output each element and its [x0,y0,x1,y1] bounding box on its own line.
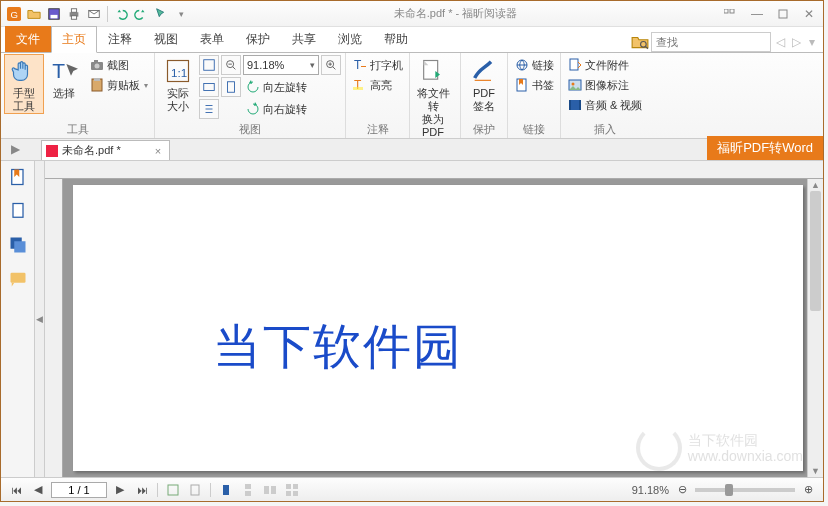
document-tab[interactable]: 未命名.pdf * × [41,140,170,160]
comments-panel-icon[interactable] [8,269,28,289]
pdf-to-word-button[interactable]: 福昕PDF转Word [707,136,823,160]
scroll-down-icon[interactable]: ▼ [808,465,823,477]
ribbon-options-icon[interactable] [721,7,741,21]
zoom-slider[interactable] [695,488,795,492]
clipboard-icon [89,77,105,93]
close-icon[interactable]: ✕ [799,7,819,21]
zoom-combo[interactable]: 91.18%▾ [243,55,319,75]
link-icon [514,57,530,73]
convert-to-pdf-button[interactable]: 将文件转换为PDF [414,55,452,139]
undo-icon[interactable] [112,5,130,23]
tab-share[interactable]: 共享 [281,26,327,52]
zoom-in-status-icon[interactable]: ⊕ [799,482,817,498]
pages-panel-icon[interactable] [8,201,28,221]
rotate-left-button[interactable]: 向左旋转 [243,77,309,97]
collapse-panel-button[interactable]: ◀ [35,161,45,477]
svg-point-14 [95,64,100,69]
reflow-button[interactable] [199,99,219,119]
attachment-button[interactable]: 文件附件 [565,55,644,75]
rotate-right-button[interactable]: 向右旋转 [243,99,309,119]
status-bar: ⏮ ◀ ▶ ⏭ 91.18% ⊖ ⊕ [1,477,823,501]
search-prev-icon[interactable]: ◁ [773,35,787,49]
svg-rect-3 [51,14,58,18]
link-button[interactable]: 链接 [512,55,556,75]
ribbon-group-create: 将文件转换为PDF 创建 [410,53,461,138]
email-icon[interactable] [85,5,103,23]
search-next-icon[interactable]: ▷ [789,35,803,49]
zoom-slider-knob[interactable] [725,484,733,496]
typewriter-button[interactable]: T打字机 [350,55,405,75]
svg-rect-6 [71,15,76,19]
film-icon [567,97,583,113]
select-tool-button[interactable]: T 选择 [45,55,83,100]
prev-page-icon[interactable]: ◀ [29,482,47,498]
bookmark-button[interactable]: 书签 [512,75,556,95]
cursor-mode-icon[interactable] [152,5,170,23]
hand-tool-button[interactable]: 手型工具 [5,55,43,113]
snapshot-button[interactable]: 截图 [87,55,150,75]
maximize-icon[interactable] [773,7,793,21]
tab-browse[interactable]: 浏览 [327,26,373,52]
qat-more-icon[interactable]: ▾ [172,5,190,23]
document-tabbar: ▶ 未命名.pdf * × 福昕PDF转Word [1,139,823,161]
continuous-facing-icon[interactable] [283,482,301,498]
svg-rect-40 [579,100,581,110]
single-page-icon[interactable] [217,482,235,498]
page-layout-icon[interactable] [164,482,182,498]
facing-icon[interactable] [261,482,279,498]
zoom-out-button[interactable] [221,55,241,75]
fit-page-button[interactable] [199,55,219,75]
redo-icon[interactable] [132,5,150,23]
tab-form[interactable]: 表单 [189,26,235,52]
ribbon-group-insert: 文件附件 图像标注 音频 & 视频 插入 [561,53,648,138]
tab-protect[interactable]: 保护 [235,26,281,52]
fit-visible-button[interactable] [221,77,241,97]
minimize-icon[interactable]: — [747,7,767,21]
zoom-out-status-icon[interactable]: ⊖ [673,482,691,498]
zoom-in-button[interactable] [321,55,341,75]
start-view-icon[interactable]: ▶ [11,142,27,158]
tab-view[interactable]: 视图 [143,26,189,52]
chevron-down-icon: ▾ [310,60,315,70]
continuous-icon[interactable] [239,482,257,498]
layers-panel-icon[interactable] [8,235,28,255]
scroll-up-icon[interactable]: ▲ [808,179,823,191]
tab-file[interactable]: 文件 [5,26,51,52]
select-text-icon: T [50,57,78,85]
next-page-icon[interactable]: ▶ [111,482,129,498]
image-annot-button[interactable]: 图像标注 [565,75,644,95]
horizontal-ruler [45,161,823,179]
clipboard-button[interactable]: 剪贴板▾ [87,75,150,95]
page-number-input[interactable] [51,482,107,498]
ribbon-group-links: 链接 书签 链接 [508,53,561,138]
select-tool-label: 选择 [53,87,75,100]
last-page-icon[interactable]: ⏭ [133,482,151,498]
actual-size-button[interactable]: 1:1 实际大小 [159,55,197,113]
svg-rect-17 [94,78,100,81]
group-label-links: 链接 [512,121,556,138]
reading-mode-icon[interactable] [186,482,204,498]
vertical-scrollbar[interactable]: ▲ ▼ [807,179,823,477]
svg-rect-35 [570,59,578,70]
ribbon-collapse-icon[interactable]: ▾ [805,35,819,49]
save-icon[interactable] [45,5,63,23]
search-input[interactable] [651,32,771,52]
page-text-content: 当下软件园 [213,315,463,379]
highlight-button[interactable]: T高亮 [350,75,405,95]
first-page-icon[interactable]: ⏮ [7,482,25,498]
svg-rect-51 [245,491,251,496]
open-icon[interactable] [25,5,43,23]
print-icon[interactable] [65,5,83,23]
tab-annot[interactable]: 注释 [97,26,143,52]
scrollbar-thumb[interactable] [810,191,821,311]
group-label-tools: 工具 [5,121,150,138]
pdf-sign-button[interactable]: PDF签名 [465,55,503,113]
bookmarks-panel-icon[interactable] [8,167,28,187]
tab-home[interactable]: 主页 [51,26,97,53]
pdf-page[interactable]: 当下软件园 [73,185,803,471]
tab-help[interactable]: 帮助 [373,26,419,52]
audio-video-button[interactable]: 音频 & 视频 [565,95,644,115]
search-folder-icon[interactable] [631,33,649,51]
close-tab-icon[interactable]: × [155,145,161,157]
fit-width-button[interactable] [199,77,219,97]
